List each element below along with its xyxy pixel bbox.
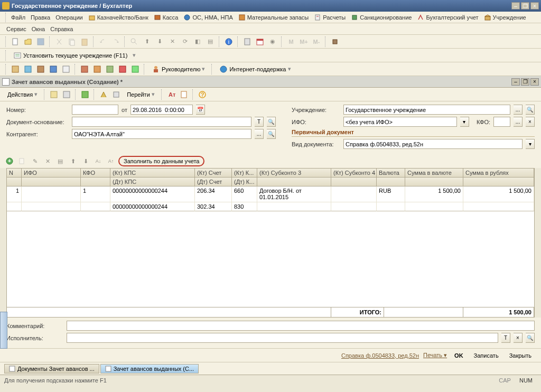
col-n[interactable]: N bbox=[7, 169, 22, 177]
menu-edit[interactable]: Правка bbox=[29, 13, 52, 22]
menu-institution[interactable]: Учреждение bbox=[482, 13, 528, 22]
rep-btn-2[interactable] bbox=[23, 64, 33, 74]
doc-tb-2[interactable] bbox=[61, 89, 72, 100]
rep-btn-7[interactable] bbox=[92, 64, 102, 74]
side-panel-tab[interactable] bbox=[0, 312, 7, 349]
paste-button[interactable] bbox=[79, 36, 90, 47]
col-dt-kps[interactable]: (Дт) КПС bbox=[110, 178, 195, 186]
ifo-dropdown-button[interactable]: ▾ bbox=[460, 117, 469, 127]
menu-windows[interactable]: Окна bbox=[30, 25, 48, 33]
counterparty-select-button[interactable]: ... bbox=[255, 129, 264, 139]
edit-row-button[interactable]: ✎ bbox=[30, 156, 40, 166]
actions-dropdown[interactable]: Действия ▾ bbox=[4, 90, 41, 99]
col-kt-acc[interactable]: (Кт) Счет bbox=[195, 169, 232, 177]
doc-help-button[interactable]: ? bbox=[197, 89, 208, 100]
comment-input[interactable] bbox=[67, 321, 535, 331]
rep-btn-5[interactable] bbox=[61, 64, 71, 74]
menu-file[interactable]: Файл bbox=[9, 13, 27, 22]
window-tab-1[interactable]: Документы Зачет авансов ... bbox=[4, 364, 99, 374]
col-kt-k[interactable]: (Кт) К... bbox=[232, 169, 257, 177]
set-institution-button[interactable]: Установить текущее учреждение (F11) bbox=[10, 50, 130, 61]
print-dropdown[interactable]: Печать ▾ bbox=[423, 352, 447, 359]
calc-button[interactable] bbox=[242, 36, 253, 47]
date-input[interactable] bbox=[130, 105, 193, 115]
table-body[interactable]: 1 1 00000000000000244 206.34 660 Договор… bbox=[7, 186, 534, 307]
counterparty-input[interactable] bbox=[72, 129, 251, 139]
rep-btn-8[interactable] bbox=[105, 64, 115, 74]
undo-button[interactable] bbox=[98, 36, 108, 47]
calendar-button[interactable] bbox=[255, 36, 265, 47]
save-doc-button[interactable]: Записать bbox=[471, 351, 502, 360]
date-picker-button[interactable]: 📅 bbox=[196, 105, 205, 115]
btn-f[interactable]: ▤ bbox=[205, 36, 216, 47]
delete-row-button[interactable]: ✕ bbox=[42, 156, 53, 166]
btn-g[interactable]: ◉ bbox=[267, 36, 278, 47]
doc-minimize-button[interactable]: – bbox=[511, 78, 520, 86]
doc-ref-link[interactable]: Справка ф.0504833, ред.52н bbox=[341, 352, 419, 359]
move-down-button[interactable]: ⬇ bbox=[80, 156, 91, 166]
doc-tb-4[interactable] bbox=[98, 89, 109, 100]
doc-type-input[interactable] bbox=[343, 139, 523, 149]
doc-tb-7[interactable] bbox=[179, 89, 189, 100]
institution-select-button[interactable]: ... bbox=[514, 105, 523, 115]
fill-from-data-button[interactable]: Заполнить по данным учета bbox=[118, 156, 204, 166]
btn-b[interactable]: ⬇ bbox=[154, 36, 165, 47]
col-kt-sub3[interactable]: (Кт) Субконто 3 bbox=[257, 169, 331, 177]
menu-calculations[interactable]: Расчеты bbox=[312, 13, 348, 22]
m-minus-button[interactable]: M- bbox=[311, 36, 322, 47]
doc-tb-5[interactable] bbox=[111, 89, 122, 100]
institution-input[interactable] bbox=[343, 105, 510, 115]
counterparty-search-button[interactable]: 🔍 bbox=[267, 129, 276, 139]
doc-type-dropdown-button[interactable]: ▾ bbox=[526, 139, 535, 149]
m-plus-button[interactable]: M+ bbox=[299, 36, 309, 47]
col-dt-acc[interactable]: (Дт) Счет bbox=[195, 178, 232, 186]
help-button[interactable]: i bbox=[223, 36, 234, 47]
menu-cash[interactable]: Касса bbox=[152, 13, 181, 22]
open-button[interactable] bbox=[23, 36, 33, 47]
rep-btn-3[interactable] bbox=[35, 64, 46, 74]
col-currency[interactable]: Валюта bbox=[377, 169, 405, 177]
kfo-input[interactable] bbox=[493, 117, 510, 127]
new-doc-button[interactable] bbox=[10, 36, 21, 47]
settings-button[interactable] bbox=[330, 36, 340, 47]
minimize-button[interactable]: – bbox=[511, 2, 520, 10]
doc-tb-1[interactable] bbox=[49, 89, 59, 100]
executor-input[interactable] bbox=[67, 333, 498, 343]
menu-help[interactable]: Справка bbox=[48, 25, 75, 33]
menu-sanctioning[interactable]: Санкционирование bbox=[349, 13, 414, 22]
close-button[interactable]: × bbox=[530, 2, 539, 10]
col-kt-sub4[interactable]: (Кт) Субконто 4 bbox=[331, 169, 377, 177]
manager-dropdown[interactable]: Руководителю ▾ bbox=[148, 64, 208, 74]
rep-btn-6[interactable] bbox=[79, 64, 90, 74]
menu-accounting[interactable]: Бухгалтерский учет bbox=[415, 13, 480, 22]
m-button[interactable]: M bbox=[286, 36, 296, 47]
executor-search-button[interactable]: 🔍 bbox=[526, 333, 535, 343]
basis-t-button[interactable]: T bbox=[255, 117, 264, 127]
redo-button[interactable] bbox=[110, 36, 121, 47]
menu-treasury[interactable]: Казначейство/Банк bbox=[86, 13, 151, 22]
sort-desc-button[interactable]: A↑ bbox=[106, 156, 116, 166]
btn-d[interactable]: ⟳ bbox=[180, 36, 190, 47]
btn-c[interactable]: ✕ bbox=[167, 36, 178, 47]
btn-a[interactable]: ⬆ bbox=[142, 36, 152, 47]
col-kt-kps[interactable]: (Кт) КПС bbox=[110, 169, 195, 177]
executor-clear-button[interactable]: × bbox=[514, 333, 523, 343]
copy-button[interactable] bbox=[67, 36, 77, 47]
col-kfo[interactable]: КФО bbox=[81, 169, 110, 177]
rep-btn-9[interactable] bbox=[117, 64, 128, 74]
kfo-clear-button[interactable]: × bbox=[526, 117, 535, 127]
doc-tb-6[interactable]: Aт bbox=[166, 89, 176, 100]
rep-btn-1[interactable] bbox=[10, 64, 21, 74]
cut-button[interactable] bbox=[54, 36, 64, 47]
find-button[interactable] bbox=[129, 36, 139, 47]
table-row-sub[interactable]: 00000000000000244 302.34 830 bbox=[7, 202, 534, 211]
restore-button[interactable]: ❐ bbox=[521, 2, 529, 10]
col-ifo[interactable]: ИФО bbox=[22, 169, 81, 177]
sort-asc-button[interactable]: A↓ bbox=[93, 156, 104, 166]
menu-materials[interactable]: Материальные запасы bbox=[236, 13, 311, 22]
close-doc-button[interactable]: Закрыть bbox=[506, 351, 535, 360]
copy-row-button[interactable] bbox=[17, 156, 27, 166]
menu-operations[interactable]: Операции bbox=[53, 13, 85, 22]
doc-tb-3[interactable] bbox=[80, 89, 90, 100]
menu-service[interactable]: Сервис bbox=[4, 25, 29, 33]
